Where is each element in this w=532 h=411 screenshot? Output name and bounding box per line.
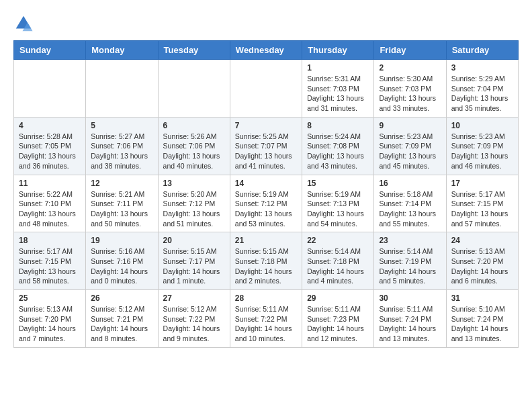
day-number: 23 xyxy=(379,236,441,245)
day-info: Sunrise: 5:18 AM Sunset: 7:14 PM Dayligh… xyxy=(379,189,441,229)
day-number: 9 xyxy=(379,121,441,130)
day-info: Sunrise: 5:20 AM Sunset: 7:12 PM Dayligh… xyxy=(163,189,225,229)
calendar-cell: 22Sunrise: 5:14 AM Sunset: 7:18 PM Dayli… xyxy=(302,232,374,290)
calendar-cell: 28Sunrise: 5:11 AM Sunset: 7:22 PM Dayli… xyxy=(230,290,302,348)
day-number: 24 xyxy=(451,236,513,245)
day-number: 26 xyxy=(91,293,152,303)
calendar-cell: 25Sunrise: 5:13 AM Sunset: 7:20 PM Dayli… xyxy=(14,290,86,348)
day-info: Sunrise: 5:30 AM Sunset: 7:03 PM Dayligh… xyxy=(379,74,441,113)
weekday-header: Monday xyxy=(86,41,158,60)
calendar-cell: 13Sunrise: 5:20 AM Sunset: 7:12 PM Dayli… xyxy=(158,175,230,232)
day-info: Sunrise: 5:16 AM Sunset: 7:16 PM Dayligh… xyxy=(91,246,152,286)
weekday-header: Thursday xyxy=(302,41,374,60)
day-number: 11 xyxy=(19,179,81,188)
day-info: Sunrise: 5:23 AM Sunset: 7:09 PM Dayligh… xyxy=(451,132,513,171)
calendar-cell: 17Sunrise: 5:17 AM Sunset: 7:15 PM Dayli… xyxy=(446,175,518,232)
day-info: Sunrise: 5:14 AM Sunset: 7:18 PM Dayligh… xyxy=(307,246,369,286)
day-number: 19 xyxy=(91,236,152,245)
day-number: 18 xyxy=(19,236,81,245)
calendar-cell: 2Sunrise: 5:30 AM Sunset: 7:03 PM Daylig… xyxy=(374,60,446,118)
calendar-cell: 24Sunrise: 5:13 AM Sunset: 7:20 PM Dayli… xyxy=(446,232,518,290)
day-info: Sunrise: 5:15 AM Sunset: 7:17 PM Dayligh… xyxy=(163,246,225,286)
calendar-cell: 6Sunrise: 5:26 AM Sunset: 7:06 PM Daylig… xyxy=(158,117,230,175)
day-info: Sunrise: 5:26 AM Sunset: 7:06 PM Dayligh… xyxy=(163,132,225,171)
day-number: 4 xyxy=(19,121,81,130)
calendar-cell: 11Sunrise: 5:22 AM Sunset: 7:10 PM Dayli… xyxy=(14,175,86,232)
calendar-cell: 3Sunrise: 5:29 AM Sunset: 7:04 PM Daylig… xyxy=(446,60,518,118)
day-number: 21 xyxy=(235,236,297,245)
day-number: 5 xyxy=(91,121,152,130)
logo-icon xyxy=(13,13,34,34)
day-info: Sunrise: 5:27 AM Sunset: 7:06 PM Dayligh… xyxy=(91,132,152,171)
day-number: 20 xyxy=(163,236,225,245)
day-info: Sunrise: 5:13 AM Sunset: 7:20 PM Dayligh… xyxy=(19,304,81,344)
calendar-table: SundayMondayTuesdayWednesdayThursdayFrid… xyxy=(13,40,519,348)
day-number: 10 xyxy=(451,121,513,130)
calendar-cell xyxy=(86,60,158,118)
day-number: 6 xyxy=(163,121,225,130)
day-info: Sunrise: 5:31 AM Sunset: 7:03 PM Dayligh… xyxy=(307,74,369,113)
day-info: Sunrise: 5:29 AM Sunset: 7:04 PM Dayligh… xyxy=(451,74,513,113)
day-info: Sunrise: 5:19 AM Sunset: 7:13 PM Dayligh… xyxy=(307,189,369,229)
day-number: 31 xyxy=(451,293,513,303)
calendar-cell: 20Sunrise: 5:15 AM Sunset: 7:17 PM Dayli… xyxy=(158,232,230,290)
calendar-cell: 31Sunrise: 5:10 AM Sunset: 7:24 PM Dayli… xyxy=(446,290,518,348)
weekday-header: Tuesday xyxy=(158,41,230,60)
day-info: Sunrise: 5:17 AM Sunset: 7:15 PM Dayligh… xyxy=(451,189,513,229)
day-info: Sunrise: 5:11 AM Sunset: 7:24 PM Dayligh… xyxy=(379,304,441,344)
day-number: 1 xyxy=(307,63,369,73)
day-info: Sunrise: 5:15 AM Sunset: 7:18 PM Dayligh… xyxy=(235,246,297,286)
day-info: Sunrise: 5:28 AM Sunset: 7:05 PM Dayligh… xyxy=(19,132,81,171)
calendar-cell xyxy=(230,60,302,118)
day-number: 13 xyxy=(163,179,225,188)
calendar-week-row: 25Sunrise: 5:13 AM Sunset: 7:20 PM Dayli… xyxy=(14,290,519,348)
calendar-week-row: 4Sunrise: 5:28 AM Sunset: 7:05 PM Daylig… xyxy=(14,117,519,175)
weekday-header: Friday xyxy=(374,41,446,60)
calendar-cell: 10Sunrise: 5:23 AM Sunset: 7:09 PM Dayli… xyxy=(446,117,518,175)
day-info: Sunrise: 5:11 AM Sunset: 7:23 PM Dayligh… xyxy=(307,304,369,344)
day-number: 3 xyxy=(451,63,513,73)
day-info: Sunrise: 5:22 AM Sunset: 7:10 PM Dayligh… xyxy=(19,189,81,229)
day-info: Sunrise: 5:12 AM Sunset: 7:22 PM Dayligh… xyxy=(163,304,225,344)
day-number: 2 xyxy=(379,63,441,73)
calendar-cell: 5Sunrise: 5:27 AM Sunset: 7:06 PM Daylig… xyxy=(86,117,158,175)
calendar-cell: 18Sunrise: 5:17 AM Sunset: 7:15 PM Dayli… xyxy=(14,232,86,290)
calendar-cell xyxy=(14,60,86,118)
day-info: Sunrise: 5:19 AM Sunset: 7:12 PM Dayligh… xyxy=(235,189,297,229)
day-info: Sunrise: 5:11 AM Sunset: 7:22 PM Dayligh… xyxy=(235,304,297,344)
weekday-header: Saturday xyxy=(446,41,518,60)
day-info: Sunrise: 5:17 AM Sunset: 7:15 PM Dayligh… xyxy=(19,246,81,286)
calendar-cell: 1Sunrise: 5:31 AM Sunset: 7:03 PM Daylig… xyxy=(302,60,374,118)
calendar-cell: 8Sunrise: 5:24 AM Sunset: 7:08 PM Daylig… xyxy=(302,117,374,175)
day-info: Sunrise: 5:23 AM Sunset: 7:09 PM Dayligh… xyxy=(379,132,441,171)
calendar-cell: 21Sunrise: 5:15 AM Sunset: 7:18 PM Dayli… xyxy=(230,232,302,290)
day-info: Sunrise: 5:14 AM Sunset: 7:19 PM Dayligh… xyxy=(379,246,441,286)
calendar-cell: 26Sunrise: 5:12 AM Sunset: 7:21 PM Dayli… xyxy=(86,290,158,348)
calendar-cell xyxy=(158,60,230,118)
calendar-cell: 27Sunrise: 5:12 AM Sunset: 7:22 PM Dayli… xyxy=(158,290,230,348)
calendar-cell: 4Sunrise: 5:28 AM Sunset: 7:05 PM Daylig… xyxy=(14,117,86,175)
calendar-week-row: 1Sunrise: 5:31 AM Sunset: 7:03 PM Daylig… xyxy=(14,60,519,118)
day-number: 30 xyxy=(379,293,441,303)
day-number: 25 xyxy=(19,293,81,303)
calendar-week-row: 11Sunrise: 5:22 AM Sunset: 7:10 PM Dayli… xyxy=(14,175,519,232)
calendar-cell: 14Sunrise: 5:19 AM Sunset: 7:12 PM Dayli… xyxy=(230,175,302,232)
calendar-cell: 23Sunrise: 5:14 AM Sunset: 7:19 PM Dayli… xyxy=(374,232,446,290)
day-number: 12 xyxy=(91,179,152,188)
day-number: 16 xyxy=(379,179,441,188)
calendar-cell: 12Sunrise: 5:21 AM Sunset: 7:11 PM Dayli… xyxy=(86,175,158,232)
day-number: 29 xyxy=(307,293,369,303)
calendar-cell: 7Sunrise: 5:25 AM Sunset: 7:07 PM Daylig… xyxy=(230,117,302,175)
day-info: Sunrise: 5:25 AM Sunset: 7:07 PM Dayligh… xyxy=(235,132,297,171)
calendar-cell: 29Sunrise: 5:11 AM Sunset: 7:23 PM Dayli… xyxy=(302,290,374,348)
day-number: 28 xyxy=(235,293,297,303)
weekday-header: Wednesday xyxy=(230,41,302,60)
calendar-header-row: SundayMondayTuesdayWednesdayThursdayFrid… xyxy=(14,41,519,60)
day-number: 17 xyxy=(451,179,513,188)
calendar-cell: 9Sunrise: 5:23 AM Sunset: 7:09 PM Daylig… xyxy=(374,117,446,175)
day-info: Sunrise: 5:21 AM Sunset: 7:11 PM Dayligh… xyxy=(91,189,152,229)
calendar-cell: 30Sunrise: 5:11 AM Sunset: 7:24 PM Dayli… xyxy=(374,290,446,348)
page-header xyxy=(13,13,519,34)
day-number: 7 xyxy=(235,121,297,130)
calendar-cell: 19Sunrise: 5:16 AM Sunset: 7:16 PM Dayli… xyxy=(86,232,158,290)
